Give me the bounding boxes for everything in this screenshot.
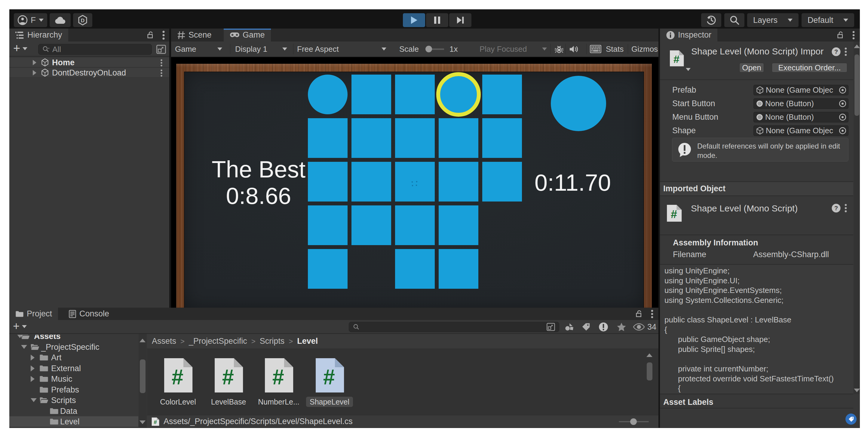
expand-arrow-icon[interactable] xyxy=(31,355,35,360)
scrollbar-thumb[interactable] xyxy=(855,54,859,116)
asset-store-filter-button[interactable] xyxy=(561,321,577,332)
shape-square-r5c3[interactable] xyxy=(395,249,435,289)
tab-hierarchy[interactable]: Hierarchy xyxy=(9,29,68,41)
picker-window-icon[interactable] xyxy=(156,45,166,54)
asset-item-ColorLevel[interactable]: # ColorLevel xyxy=(152,357,204,408)
zoom-slider-knob[interactable] xyxy=(630,418,637,425)
big-circle[interactable] xyxy=(551,76,606,131)
project-tree-item-Scripts[interactable]: Scripts xyxy=(9,395,138,405)
kebab-menu-icon[interactable] xyxy=(844,204,847,213)
save-search-icon[interactable] xyxy=(546,323,555,331)
layout-dropdown[interactable]: Default xyxy=(802,13,854,27)
layers-dropdown[interactable]: Layers xyxy=(747,13,799,27)
hierarchy-item-Home[interactable]: Home xyxy=(9,57,169,67)
step-button[interactable] xyxy=(449,13,471,27)
shape-square-r2c2[interactable] xyxy=(351,118,391,158)
scale-slider-knob[interactable] xyxy=(426,46,432,52)
project-tree-item-Data[interactable]: Data xyxy=(9,406,138,416)
project-tree-item-_ProjectSpecific[interactable]: _ProjectSpecific xyxy=(9,342,138,352)
kebab-menu-icon[interactable] xyxy=(651,310,654,319)
shape-square-r2c5[interactable] xyxy=(482,118,522,158)
asset-item-LevelBase[interactable]: # LevelBase xyxy=(203,357,254,408)
gizmos-dropdown[interactable]: Gizmos xyxy=(631,41,658,57)
tab-console[interactable]: Console xyxy=(63,308,115,320)
play-button[interactable] xyxy=(403,13,425,27)
object-picker-icon[interactable] xyxy=(839,113,847,121)
shape-square-r1c3[interactable] xyxy=(395,75,435,114)
shape-square-r4c4[interactable] xyxy=(439,205,478,245)
add-asset-button[interactable]: + xyxy=(13,320,20,332)
scrollbar-thumb[interactable] xyxy=(140,359,146,393)
object-picker-icon[interactable] xyxy=(839,86,847,94)
shape-square-r3c3[interactable] xyxy=(395,162,435,202)
project-tree-item-Art[interactable]: Art xyxy=(9,352,138,363)
project-search-input[interactable] xyxy=(349,322,559,332)
shape-square-r4c3[interactable] xyxy=(395,205,435,245)
project-tree-item-Music[interactable]: Music xyxy=(9,374,138,384)
files-scrollbar[interactable] xyxy=(645,352,654,416)
hierarchy-item-DontDestroyOnLoad[interactable]: DontDestroyOnLoad xyxy=(9,67,169,78)
unlock-icon[interactable] xyxy=(635,310,643,318)
input-debugger-button[interactable] xyxy=(590,41,601,57)
tab-project[interactable]: Project xyxy=(9,308,58,320)
expand-arrow-icon[interactable] xyxy=(31,376,35,382)
add-object-caret-icon[interactable] xyxy=(23,47,27,50)
hierarchy-search-input[interactable]: All xyxy=(38,44,152,55)
display-dropdown[interactable]: Display 1 xyxy=(235,41,287,57)
breadcrumb-scripts[interactable]: Scripts xyxy=(260,337,285,346)
scroll-up-icon[interactable] xyxy=(140,339,146,342)
scroll-down-icon[interactable] xyxy=(854,388,860,392)
project-tree-item-Level[interactable]: Level xyxy=(9,416,138,427)
aspect-dropdown[interactable]: Free Aspect xyxy=(297,41,386,57)
expand-arrow-icon[interactable] xyxy=(33,70,36,76)
scroll-up-icon[interactable] xyxy=(646,353,652,357)
shape-square-r4c1[interactable] xyxy=(308,205,347,245)
expand-arrow-icon[interactable] xyxy=(31,366,35,372)
play-focused-dropdown[interactable]: Play Focused xyxy=(479,41,547,57)
asset-label-button[interactable] xyxy=(845,413,857,425)
zoom-slider-track[interactable] xyxy=(619,421,649,422)
object-picker-icon[interactable] xyxy=(839,99,847,108)
tree-scrollbar[interactable] xyxy=(138,334,147,428)
tab-scene[interactable]: Scene xyxy=(171,29,218,41)
pause-button[interactable] xyxy=(426,13,448,27)
undo-history-button[interactable] xyxy=(701,13,721,27)
cloud-button[interactable] xyxy=(50,13,71,27)
shape-circle-r1c1[interactable] xyxy=(308,75,347,114)
label-filter-button[interactable] xyxy=(578,321,594,332)
scroll-down-icon[interactable] xyxy=(140,420,146,424)
tab-game[interactable]: Game xyxy=(224,29,271,41)
kebab-menu-icon[interactable] xyxy=(160,69,163,77)
shape-square-r5c4[interactable] xyxy=(439,249,478,289)
version-control-button[interactable]: D xyxy=(73,13,92,27)
shape-square-r5c1[interactable] xyxy=(308,249,347,289)
breadcrumb-assets[interactable]: Assets xyxy=(152,337,176,346)
shape-square-r2c1[interactable] xyxy=(308,118,347,158)
shape-square-r4c2[interactable] xyxy=(351,205,391,245)
shape-square-r3c4[interactable] xyxy=(439,162,478,202)
mute-audio-button[interactable] xyxy=(569,41,580,57)
kebab-menu-icon[interactable] xyxy=(160,59,163,67)
object-picker-icon[interactable] xyxy=(839,127,847,135)
project-tree-item-External[interactable]: External xyxy=(9,363,138,374)
expand-arrow-icon[interactable] xyxy=(31,398,37,402)
breadcrumb-projectspecific[interactable]: _ProjectSpecific xyxy=(189,337,247,346)
search-button[interactable] xyxy=(724,13,744,27)
help-icon[interactable]: ? xyxy=(831,203,841,213)
scrollbar-thumb[interactable] xyxy=(647,362,652,380)
unlock-icon[interactable] xyxy=(147,31,154,39)
debug-button[interactable] xyxy=(554,41,564,57)
favorites-button[interactable] xyxy=(613,321,630,332)
scale-slider-track[interactable] xyxy=(432,49,444,50)
expand-arrow-icon[interactable] xyxy=(21,345,27,349)
kebab-menu-icon[interactable] xyxy=(162,30,165,40)
project-tree-item-Prefabs[interactable]: Prefabs xyxy=(9,384,138,395)
breadcrumb-level[interactable]: Level xyxy=(297,337,318,346)
shape-circle-selected-r1c4[interactable] xyxy=(436,72,481,117)
shape-square-r1c2[interactable] xyxy=(351,75,391,114)
shape-square-r2c3[interactable] xyxy=(395,118,435,158)
account-button[interactable]: F xyxy=(14,13,47,27)
game-view-dropdown[interactable]: Game xyxy=(175,41,222,57)
expand-arrow-icon[interactable] xyxy=(33,60,36,65)
field-value-Prefab[interactable]: None (Game Objec xyxy=(753,85,848,95)
